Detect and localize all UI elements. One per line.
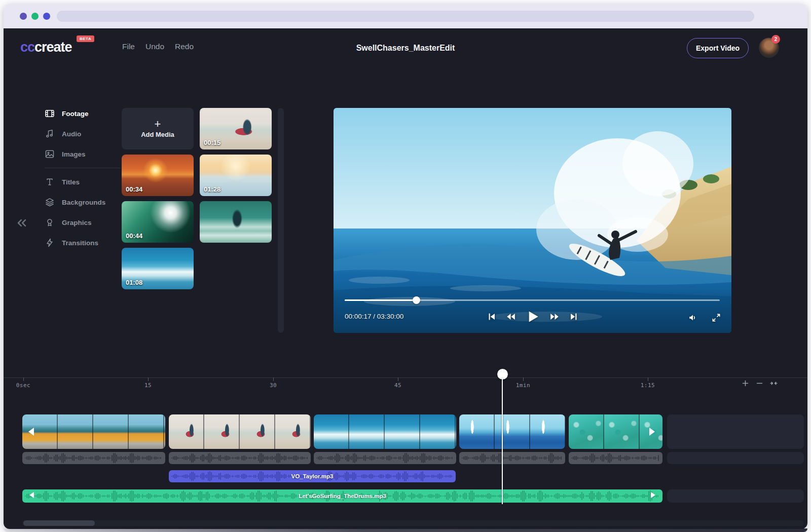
- waveform: [459, 452, 565, 464]
- video-preview[interactable]: 00:00:17 / 03:30:00: [334, 108, 731, 333]
- bolt-icon: [45, 238, 55, 248]
- trim-handle-right[interactable]: [649, 428, 655, 436]
- add-media-label: Add Media: [141, 131, 174, 138]
- timeline-zoom-minus-icon[interactable]: [755, 379, 764, 388]
- film-icon: [45, 108, 55, 119]
- add-media-button[interactable]: + Add Media: [122, 108, 194, 149]
- play-icon[interactable]: [525, 309, 541, 325]
- timeline-beach-surfer-clip[interactable]: [169, 414, 311, 449]
- ruler-tick-label: 1:15: [641, 382, 655, 389]
- export-video-button[interactable]: Export Video: [687, 38, 749, 58]
- sidebar-item-audio[interactable]: Audio: [45, 124, 121, 144]
- video-lane-empty: [667, 414, 804, 449]
- sidebar-item-images[interactable]: Images: [45, 144, 121, 164]
- media-thumbnail-sunset-paddler[interactable]: 00:34: [122, 155, 194, 196]
- player-progress-bar[interactable]: [345, 299, 720, 301]
- media-thumbnail-pale-sunrise-lineup[interactable]: 01:28: [200, 155, 272, 196]
- fullscreen-icon[interactable]: [711, 313, 721, 323]
- sidebar-item-label: Titles: [62, 178, 80, 186]
- timeline-blue-wave-clip[interactable]: [314, 414, 456, 449]
- music-track[interactable]: Let'sGoSurfing_TheDrums.mp3: [22, 489, 662, 503]
- clip-frame: [495, 414, 530, 449]
- waveform: [22, 452, 165, 464]
- ruler-tick: [273, 377, 274, 381]
- ruler-tick-label: 30: [270, 382, 277, 389]
- sidebar-item-label: Transitions: [62, 239, 98, 247]
- screenshot-stage: cccreate BETA FileUndoRedo SwellChasers_…: [0, 0, 811, 532]
- clip-frame: [58, 414, 93, 449]
- fast-forward-icon[interactable]: [549, 311, 560, 322]
- image-icon: [45, 149, 55, 159]
- ruler-tick: [398, 377, 398, 381]
- media-thumbnail-blue-wave-rider[interactable]: 01:08: [122, 248, 194, 289]
- voiceover-track[interactable]: VO_Taylor.mp3: [169, 470, 456, 482]
- window-dot-blue[interactable]: [43, 13, 50, 20]
- skip-end-icon[interactable]: [568, 311, 579, 322]
- sidebar-divider: [45, 168, 121, 168]
- clip-frame: [164, 414, 165, 449]
- clip-frame: [22, 414, 58, 449]
- duration-badge: 00:44: [126, 232, 142, 240]
- timeline-van-beach-clip[interactable]: [22, 414, 165, 449]
- duration-badge: 01:08: [126, 279, 142, 286]
- clip-frame: [459, 414, 495, 449]
- clip-frame: [204, 414, 240, 449]
- ruler-tick-label: 0sec: [16, 382, 31, 389]
- clip-frame: [169, 414, 204, 449]
- ruler-tick: [648, 377, 648, 381]
- window-dot-green[interactable]: [31, 13, 39, 20]
- sidebar-item-titles[interactable]: Titles: [45, 172, 121, 192]
- clip-frame: [456, 414, 456, 449]
- music-waveform: [22, 489, 662, 503]
- sidebar-item-label: Images: [62, 150, 86, 158]
- timeline-scrollbar-track[interactable]: [22, 520, 804, 526]
- audio-lane-empty: [667, 452, 804, 464]
- address-bar[interactable]: [57, 11, 754, 22]
- browser-titlebar: [4, 4, 807, 28]
- sidebar-item-label: Footage: [62, 110, 89, 118]
- clip-frame: [314, 414, 349, 449]
- ruler-tick-label: 1min: [516, 382, 531, 389]
- sidebar-item-label: Backgrounds: [62, 199, 105, 206]
- badge-icon: [45, 217, 55, 227]
- text-icon: [45, 177, 55, 187]
- clip-audio-waveform[interactable]: [459, 452, 565, 464]
- media-thumbnail-teal-surfer-silhouette[interactable]: [200, 201, 272, 243]
- media-panel: + Add Media00:1500:3401:2800:4401:08: [122, 108, 272, 289]
- media-thumbnail-surfer-carrying-red-board[interactable]: 00:15: [200, 108, 272, 149]
- timeline-foam-texture-clip[interactable]: [569, 414, 662, 449]
- window-dot-purple[interactable]: [20, 13, 27, 20]
- clip-audio-waveform[interactable]: [314, 452, 456, 464]
- music-trim-handle-left[interactable]: [29, 492, 34, 498]
- clip-frame: [275, 414, 311, 449]
- timeline-zoom-fit-icon[interactable]: [769, 379, 778, 388]
- media-thumbnail-green-wave-barrel[interactable]: 00:44: [122, 201, 194, 243]
- trim-handle-left[interactable]: [28, 428, 34, 436]
- music-trim-handle-right[interactable]: [651, 492, 655, 498]
- ruler-tick: [523, 377, 524, 381]
- timeline-scrollbar-thumb[interactable]: [23, 520, 95, 526]
- sidebar-item-backgrounds[interactable]: Backgrounds: [45, 192, 121, 212]
- sidebar-item-graphics[interactable]: Graphics: [45, 212, 121, 233]
- timeline-aerial-surfer-clip[interactable]: [459, 414, 565, 449]
- sidebar-item-footage[interactable]: Footage: [45, 103, 121, 124]
- player-progress-knob[interactable]: [413, 296, 420, 304]
- voiceover-waveform: [169, 470, 456, 482]
- skip-start-icon[interactable]: [486, 311, 497, 322]
- volume-icon[interactable]: [688, 313, 698, 323]
- sidebar-collapse-button[interactable]: [15, 216, 29, 230]
- window-controls: [20, 13, 50, 20]
- waveform: [169, 452, 311, 464]
- timeline-zoom-plus-icon[interactable]: [741, 379, 750, 388]
- clip-audio-waveform[interactable]: [22, 452, 165, 464]
- rewind-icon[interactable]: [505, 311, 517, 322]
- media-panel-scrollbar[interactable]: [278, 108, 284, 333]
- clip-audio-waveform[interactable]: [569, 452, 662, 464]
- clip-frame: [349, 414, 385, 449]
- sidebar-item-transitions[interactable]: Transitions: [45, 233, 121, 253]
- clip-frame: [385, 414, 420, 449]
- clip-audio-waveform[interactable]: [169, 452, 311, 464]
- duration-badge: 00:34: [126, 185, 142, 193]
- player-corner-controls: [688, 313, 721, 323]
- clip-frame: [129, 414, 164, 449]
